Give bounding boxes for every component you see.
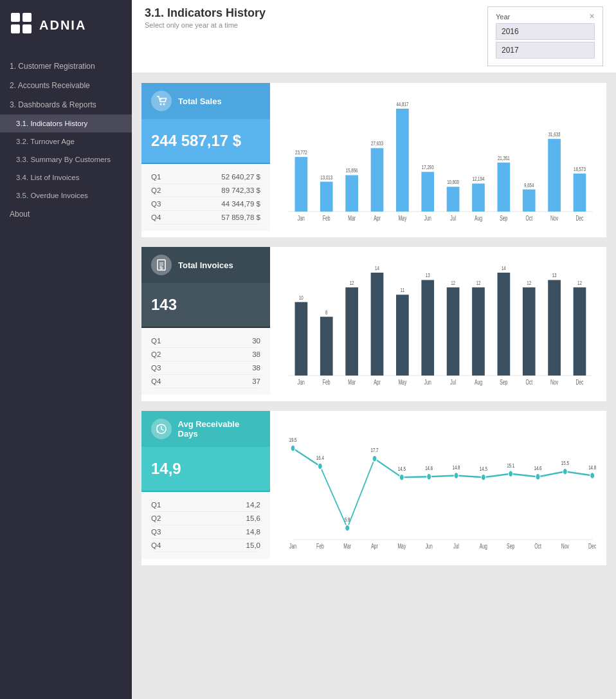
- svg-text:Oct: Oct: [525, 379, 532, 386]
- invoices-q2: Q2 38: [151, 348, 260, 361]
- svg-rect-60: [371, 273, 384, 376]
- sales-quarters: Q1 52 640,27 $ Q2 89 742,33 $ Q3 44 344,…: [141, 164, 270, 231]
- svg-rect-51: [295, 302, 308, 376]
- total-invoices-panel: Total Invoices 143 Q1 30 Q2 38 Q3 38: [141, 247, 606, 401]
- svg-rect-84: [574, 287, 586, 376]
- svg-text:16.4: 16.4: [316, 455, 325, 462]
- svg-text:Jul: Jul: [450, 379, 456, 386]
- receivable-chart-area: 19.5Jan16.4Feb5.8Mar17.7Apr14.5May14.6Ju…: [270, 411, 606, 565]
- receivable-quarters: Q1 14,2 Q2 15,6 Q3 14,8 Q4 15,0: [141, 492, 270, 559]
- year-option-2017[interactable]: 2017: [496, 42, 595, 59]
- svg-rect-37: [548, 139, 561, 212]
- logo-text: ADNIA: [39, 18, 86, 33]
- sidebar-item-about[interactable]: About: [0, 204, 132, 224]
- svg-text:14.6: 14.6: [534, 465, 542, 472]
- invoices-icon: [151, 255, 172, 275]
- total-sales-panel: Total Sales 244 587,17 $ Q1 52 640,27 $ …: [141, 83, 606, 237]
- year-option-2016[interactable]: 2016: [496, 23, 595, 40]
- invoices-q3: Q3 38: [151, 361, 260, 375]
- sales-icon: [151, 91, 172, 111]
- receivable-q4: Q4 15,0: [151, 539, 260, 552]
- avg-receivable-panel: Avg Receivable Days 14,9 Q1 14,2 Q2 15,6…: [141, 411, 606, 565]
- year-selector: Year ✕ 2016 2017: [487, 6, 603, 66]
- svg-text:Aug: Aug: [475, 215, 482, 222]
- receivable-line-chart: 19.5Jan16.4Feb5.8Mar17.7Apr14.5May14.6Ju…: [280, 417, 597, 559]
- svg-point-4: [160, 104, 162, 105]
- receivable-q2: Q2 15,6: [151, 512, 260, 525]
- svg-rect-1: [23, 13, 32, 22]
- svg-text:Feb: Feb: [323, 379, 331, 386]
- svg-text:31,633: 31,633: [548, 131, 561, 138]
- sidebar-nav: 1. Customer Registration 2. Accounts Rec…: [0, 50, 132, 224]
- clear-icon[interactable]: ✕: [589, 12, 595, 21]
- content-area: Total Sales 244 587,17 $ Q1 52 640,27 $ …: [132, 73, 616, 575]
- svg-rect-10: [320, 182, 333, 212]
- svg-text:14.8: 14.8: [453, 464, 460, 471]
- svg-point-116: [536, 473, 540, 480]
- svg-text:May: May: [398, 215, 406, 222]
- svg-point-95: [345, 525, 350, 531]
- svg-rect-69: [447, 287, 460, 376]
- svg-rect-28: [472, 183, 485, 212]
- invoices-q1: Q1 30: [151, 334, 260, 348]
- svg-text:Apr: Apr: [374, 379, 381, 386]
- sidebar-item-customer-reg[interactable]: 1. Customer Registration: [0, 57, 132, 76]
- svg-text:12: 12: [350, 280, 354, 287]
- svg-text:13: 13: [426, 272, 430, 279]
- sidebar-item-turnover[interactable]: 3.2. Turnover Age: [0, 132, 132, 150]
- invoices-bar-chart: 10Jan8Feb12Mar14Apr11May13Jun12Jul12Aug1…: [280, 253, 597, 395]
- sidebar-item-indicators[interactable]: 3.1. Indicators History: [0, 114, 132, 132]
- svg-text:May: May: [398, 379, 406, 386]
- svg-text:12,194: 12,194: [473, 176, 485, 183]
- total-sales-value: 244 587,17 $: [141, 119, 270, 163]
- svg-text:14.8: 14.8: [588, 464, 596, 471]
- svg-rect-13: [345, 175, 358, 212]
- svg-point-98: [372, 455, 377, 462]
- svg-rect-40: [574, 174, 586, 212]
- svg-text:Jan: Jan: [298, 379, 305, 386]
- sidebar-item-invoices[interactable]: 3.4. List of Invoices: [0, 168, 132, 186]
- svg-text:15.1: 15.1: [507, 462, 514, 469]
- svg-text:16,573: 16,573: [574, 166, 586, 173]
- svg-rect-31: [498, 163, 511, 212]
- page-title: 3.1. Indicators History: [145, 6, 266, 20]
- svg-rect-57: [345, 287, 358, 376]
- invoices-chart-area: 10Jan8Feb12Mar14Apr11May13Jun12Jul12Aug1…: [270, 247, 606, 401]
- svg-point-5: [163, 104, 165, 105]
- sidebar-item-summary[interactable]: 3.3. Summary By Customers: [0, 150, 132, 168]
- sidebar-item-overdue[interactable]: 3.5. Overdue Invoices: [0, 186, 132, 204]
- invoices-q4: Q4 37: [151, 375, 260, 388]
- svg-text:Dec: Dec: [575, 379, 584, 386]
- svg-text:Jun: Jun: [424, 215, 431, 222]
- svg-text:Apr: Apr: [371, 543, 378, 550]
- svg-rect-34: [523, 190, 536, 212]
- svg-text:27,633: 27,633: [371, 140, 383, 147]
- avg-receivable-header: Avg Receivable Days: [141, 411, 270, 447]
- svg-point-122: [590, 473, 595, 479]
- sales-q3: Q3 44 344,79 $: [151, 197, 260, 211]
- avg-receivable-card: Avg Receivable Days 14,9 Q1 14,2 Q2 15,6…: [141, 411, 270, 565]
- svg-text:17.7: 17.7: [371, 447, 379, 454]
- svg-text:Feb: Feb: [316, 543, 324, 550]
- sidebar-item-accounts-rec[interactable]: 2. Accounts Receivable: [0, 76, 132, 95]
- year-label: Year ✕: [496, 12, 595, 21]
- svg-text:Mar: Mar: [343, 543, 351, 550]
- svg-text:Aug: Aug: [475, 379, 482, 386]
- topbar: 3.1. Indicators History Select only one …: [132, 0, 616, 73]
- sidebar: ADNIA 1. Customer Registration 2. Accoun…: [0, 0, 132, 699]
- svg-point-113: [509, 471, 513, 477]
- svg-rect-78: [523, 287, 536, 376]
- logo-icon: [10, 12, 33, 39]
- svg-text:14: 14: [375, 265, 379, 272]
- svg-rect-16: [371, 148, 384, 212]
- svg-text:12: 12: [451, 280, 455, 287]
- sidebar-item-dashboards[interactable]: 3. Dashboards & Reports: [0, 95, 132, 114]
- svg-text:Dec: Dec: [575, 215, 584, 222]
- svg-text:May: May: [397, 543, 406, 550]
- svg-text:19.5: 19.5: [289, 437, 297, 444]
- svg-rect-81: [548, 280, 561, 376]
- svg-text:Nov: Nov: [550, 215, 559, 222]
- svg-text:21,351: 21,351: [498, 155, 510, 162]
- svg-rect-54: [320, 317, 333, 376]
- svg-text:13,013: 13,013: [320, 174, 332, 181]
